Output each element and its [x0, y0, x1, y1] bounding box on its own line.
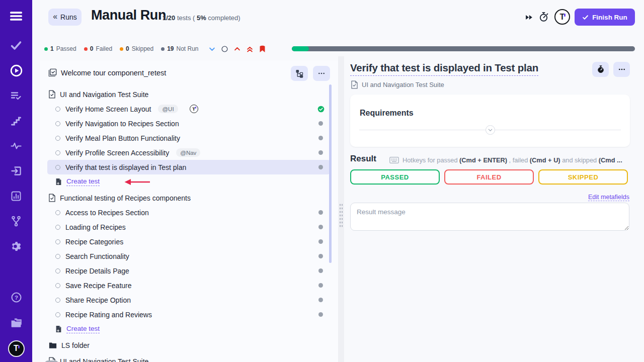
status-not-run-dot-icon [318, 121, 323, 126]
create-test-link[interactable]: Create test [66, 325, 100, 333]
checklist-icon [10, 89, 22, 102]
chevrons-up-icon [246, 45, 254, 53]
menu-hamburger-icon[interactable] [10, 10, 23, 23]
tree-header: Welcome tour component_retest [40, 62, 338, 83]
result-passed-button[interactable]: PASSED [350, 169, 440, 185]
test-row[interactable]: Verify Navigation to Recipes Section [47, 116, 330, 131]
sidebar-item-testomat-logo-icon[interactable]: T [0, 341, 32, 355]
stopwatch-button[interactable] [592, 62, 609, 77]
tree-item-label: Recipe Details Page [65, 267, 129, 275]
create-test-row[interactable]: Create test [47, 322, 330, 336]
test-tree-panel: Welcome tour component_retest UI and Nav… [40, 60, 338, 362]
test-state-circle-icon [55, 254, 60, 259]
test-row[interactable]: Verify that test is displayed in Test pl… [47, 160, 330, 174]
status-dot-icon [44, 47, 48, 51]
run-progress-bar [292, 46, 635, 51]
result-failed-button[interactable]: FAILED [444, 169, 534, 185]
requirements-expand-button[interactable] [486, 125, 495, 135]
test-state-circle-icon [55, 150, 60, 155]
test-title[interactable]: Verify that test is displayed in Test pl… [350, 62, 538, 76]
sidebar-item-steps-icon[interactable] [0, 114, 32, 128]
tree-item-label: Share Recipe Option [65, 296, 131, 304]
play-circle-icon [10, 64, 23, 77]
branch-icon [10, 215, 22, 227]
status-not-run-dot-icon [318, 254, 323, 258]
run-name: Welcome tour component_retest [61, 69, 166, 77]
test-row[interactable]: Verify Meal Plan Button Functionality [47, 131, 330, 145]
back-to-runs-button[interactable]: « Runs [48, 9, 82, 26]
folder-icon [48, 341, 57, 350]
sidebar-item-projects-folder-icon[interactable] [0, 316, 32, 330]
tree-more-options-button[interactable] [313, 66, 330, 81]
group-by-suite-button[interactable] [291, 66, 308, 81]
filter-chevron-up-icon[interactable] [233, 45, 242, 53]
splitter-grip-icon [339, 203, 343, 227]
tree-item-label: Verify Home Screen Layout [65, 105, 151, 113]
sidebar-item-import-icon[interactable] [0, 164, 32, 178]
tree-item-label: LS folder [61, 341, 90, 349]
testomat-logo-icon[interactable]: T [554, 9, 570, 25]
pulse-icon [10, 140, 22, 152]
suite-row[interactable]: 0.0UI and Navigation Test Suite [47, 354, 330, 362]
filter-bookmark-icon[interactable] [258, 45, 267, 53]
suite-document-icon [351, 80, 358, 89]
sidebar-item-play-circle-icon[interactable] [0, 63, 32, 77]
edit-metafields-link[interactable]: Edit metafields [588, 194, 629, 201]
create-test-link[interactable]: Create test [66, 177, 100, 186]
sidebar-item-pulse-icon[interactable] [0, 139, 32, 153]
finish-run-button[interactable]: Finish Run [575, 9, 635, 26]
count-passed: 1Passed [44, 45, 76, 52]
test-row[interactable]: Verify Home Screen Layout@UIT [47, 102, 330, 116]
test-state-circle-icon [55, 121, 60, 126]
create-test-row[interactable]: Create test [47, 174, 330, 189]
fast-forward-icon[interactable] [525, 13, 533, 24]
status-passed-icon [317, 106, 325, 113]
test-suite-breadcrumb[interactable]: UI and Navigation Test Suite [351, 80, 444, 89]
suite-row[interactable]: Functional testing of Recipes components [47, 191, 330, 205]
test-state-circle-icon [55, 283, 60, 288]
tree-item-label: Search Functionality [65, 252, 129, 260]
status-dot-icon [161, 47, 165, 51]
status-not-run-dot-icon [318, 239, 323, 244]
status-not-run-dot-icon [318, 150, 323, 155]
filter-circle-icon[interactable] [220, 45, 229, 53]
settings-gear-icon [10, 240, 22, 252]
test-state-circle-icon [55, 239, 60, 244]
sidebar-item-checklist-icon[interactable] [0, 88, 32, 103]
test-row[interactable]: Share Recipe Option [47, 293, 330, 307]
test-more-options-button[interactable] [613, 62, 630, 77]
sidebar-item-check-icon[interactable] [0, 38, 32, 52]
import-icon [10, 165, 22, 177]
suite-row[interactable]: UI and Navigation Test Suite [47, 87, 330, 102]
tree-scrollbar[interactable] [329, 84, 332, 263]
sidebar-item-help-icon[interactable]: ? [0, 290, 32, 304]
bookmark-icon [258, 45, 267, 53]
test-row[interactable]: Save Recipe Feature [47, 278, 330, 293]
filter-chevrons-up-icon[interactable] [246, 45, 254, 53]
test-row[interactable]: Recipe Categories [47, 234, 330, 249]
test-row[interactable]: Search Functionality [47, 249, 330, 263]
tree-item-label: Verify Navigation to Recipes Section [65, 120, 179, 128]
sidebar-item-report-icon[interactable] [0, 189, 32, 203]
test-row[interactable]: Loading of Recipes [47, 220, 330, 234]
timer-icon[interactable] [538, 11, 549, 25]
priority-filter-icons [208, 45, 267, 53]
sidebar-item-settings-gear-icon[interactable] [0, 239, 32, 253]
test-row[interactable]: Access to Recipes Section [47, 205, 330, 220]
requirements-card: Requirements [350, 95, 630, 147]
sidebar-item-branch-icon[interactable] [0, 214, 32, 228]
test-row[interactable]: Verify Profile Screen Accessibility@Nav [47, 145, 330, 160]
result-message-input[interactable] [350, 203, 629, 231]
panel-splitter[interactable] [338, 56, 344, 362]
test-row[interactable]: Recipe Details Page [47, 263, 330, 278]
chevron-down-icon [208, 45, 216, 53]
result-skipped-button[interactable]: SKIPPED [538, 169, 628, 185]
test-state-circle-icon [55, 268, 60, 274]
filter-chevron-down-icon[interactable] [208, 45, 216, 53]
test-tree-list: UI and Navigation Test SuiteVerify Home … [40, 85, 338, 362]
tree-item-label: Functional testing of Recipes components [60, 194, 191, 202]
tree-item-label: Recipe Categories [65, 238, 123, 246]
tree-item-label: Verify Meal Plan Button Functionality [65, 134, 180, 142]
test-row[interactable]: Recipe Rating and Reviews [47, 307, 330, 322]
folder-row[interactable]: LS folder [47, 338, 330, 352]
